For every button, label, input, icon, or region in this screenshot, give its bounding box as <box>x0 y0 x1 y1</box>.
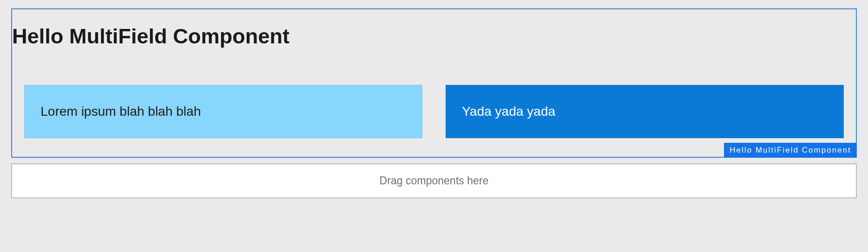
component-badge[interactable]: Hello MultiField Component <box>724 143 857 158</box>
drop-components-zone[interactable]: Drag components here <box>11 163 857 198</box>
multifield-component-frame[interactable]: Hello MultiField Component Lorem ipsum b… <box>11 8 857 158</box>
component-title: Hello MultiField Component <box>12 9 856 49</box>
card-text: Lorem ipsum blah blah blah <box>41 104 201 119</box>
cards-row: Lorem ipsum blah blah blah Yada yada yad… <box>12 85 856 138</box>
card-item[interactable]: Lorem ipsum blah blah blah <box>24 85 422 138</box>
card-text: Yada yada yada <box>462 104 555 119</box>
dropzone-placeholder: Drag components here <box>379 175 489 187</box>
card-item[interactable]: Yada yada yada <box>446 85 844 138</box>
